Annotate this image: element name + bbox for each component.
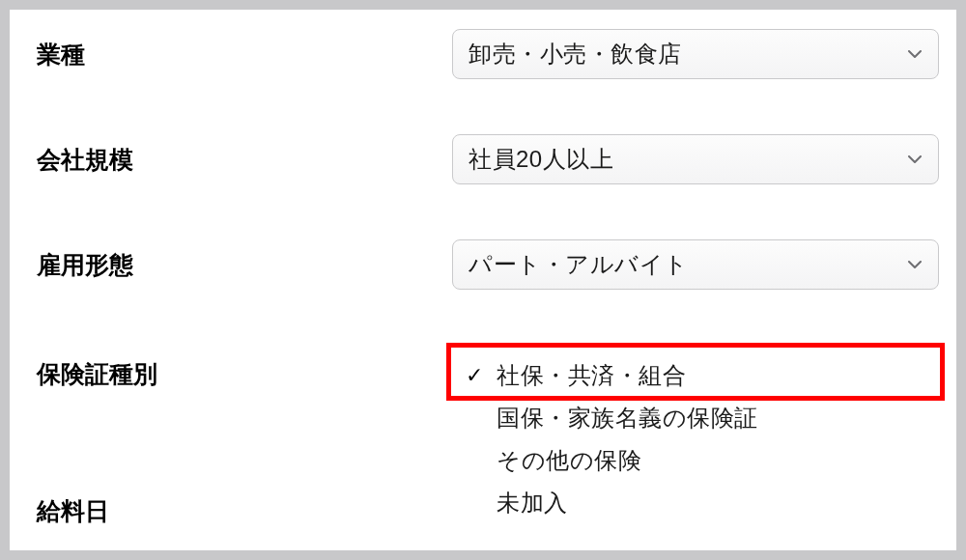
label-industry: 業種	[37, 39, 452, 70]
select-employment-type[interactable]: パート・アルバイト	[452, 239, 939, 290]
select-value-industry: 卸売・小売・飲食店	[469, 39, 682, 70]
label-insurance-type: 保険証種別	[37, 345, 452, 390]
dropdown-option-kokuho[interactable]: 国保・家族名義の保険証	[452, 397, 939, 439]
dropdown-option-shaho[interactable]: ✓ 社保・共済・組合	[452, 354, 939, 397]
dropdown-option-none[interactable]: 未加入	[452, 482, 939, 524]
dropdown-option-other[interactable]: その他の保険	[452, 439, 939, 482]
option-text: 未加入	[497, 488, 568, 518]
dropdown-list: ✓ 社保・共済・組合 国保・家族名義の保険証 その他の保険 未加入	[452, 345, 939, 534]
chevron-down-icon	[905, 150, 924, 169]
option-text: 国保・家族名義の保険証	[497, 403, 758, 434]
row-industry: 業種 卸売・小売・飲食店	[37, 29, 939, 79]
chevron-down-icon	[905, 255, 924, 274]
option-text: その他の保険	[497, 445, 641, 476]
label-company-size: 会社規模	[37, 144, 452, 176]
check-icon: ✓	[462, 365, 497, 386]
label-employment-type: 雇用形態	[37, 249, 452, 281]
row-company-size: 会社規模 社員20人以上	[37, 134, 939, 184]
select-value-employment-type: パート・アルバイト	[469, 249, 689, 280]
select-industry[interactable]: 卸売・小売・飲食店	[452, 29, 939, 79]
select-wrapper-company-size: 社員20人以上	[452, 134, 939, 184]
select-wrapper-employment-type: パート・アルバイト	[452, 239, 939, 290]
select-value-company-size: 社員20人以上	[469, 144, 613, 175]
select-company-size[interactable]: 社員20人以上	[452, 134, 939, 184]
bottom-crop	[10, 521, 956, 550]
form-panel: 業種 卸売・小売・飲食店 会社規模 社員20人以上 雇用形態	[10, 10, 956, 550]
option-text: 社保・共済・組合	[497, 360, 686, 391]
row-employment-type: 雇用形態 パート・アルバイト	[37, 239, 939, 290]
dropdown-insurance-type: ✓ 社保・共済・組合 国保・家族名義の保険証 その他の保険 未加入	[452, 345, 939, 534]
chevron-down-icon	[905, 44, 924, 64]
select-wrapper-industry: 卸売・小売・飲食店	[452, 29, 939, 79]
